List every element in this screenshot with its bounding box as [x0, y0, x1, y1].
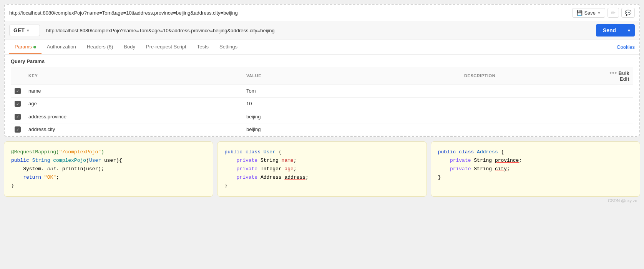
code-line-a2: private String province;	[438, 156, 633, 165]
col-header-value: VALUE	[242, 67, 460, 85]
pencil-icon: ✏	[611, 10, 616, 16]
row-key-1: age	[25, 97, 242, 110]
cookies-button[interactable]: Cookies	[617, 40, 635, 54]
tab-settings[interactable]: Settings	[214, 40, 243, 54]
code-panel-user: public class User { private String name;…	[217, 141, 427, 197]
tab-params-label: Params	[15, 44, 32, 50]
tab-settings-label: Settings	[219, 44, 237, 50]
url-bar: GET ▼ Send ▼	[5, 21, 639, 40]
row-key-3: address.city	[25, 123, 242, 136]
row-value-3: beijing	[242, 123, 460, 136]
tab-params[interactable]: Params	[9, 40, 41, 54]
row-actions-2	[603, 110, 633, 123]
tab-pre-request-label: Pre-request Script	[146, 44, 186, 50]
row-value-1: 10	[242, 97, 460, 110]
method-label: GET	[13, 27, 25, 33]
row-actions-1	[603, 97, 633, 110]
col-header-actions: ••• Bulk Edit	[603, 67, 633, 85]
tab-tests-label: Tests	[197, 44, 209, 50]
watermark: CSDN @cxy zc	[4, 197, 640, 204]
tab-pre-request[interactable]: Pre-request Script	[141, 40, 192, 54]
code-line-u5: }	[224, 182, 419, 190]
row-checkbox-2[interactable]: ✓	[15, 114, 21, 120]
bulk-edit-button[interactable]: Bulk Edit	[619, 71, 629, 82]
code-line-2: public String complexPojo(User user){	[11, 156, 206, 165]
table-row: ✓ name Tom	[11, 85, 633, 98]
row-desc-3	[460, 123, 603, 136]
method-caret-icon: ▼	[26, 28, 30, 33]
col-header-key: KEY	[25, 67, 242, 85]
code-panel-controller: @RequestMapping("/complexPojo") public S…	[4, 141, 213, 197]
code-line-3: System. out. println(user);	[11, 165, 206, 173]
table-row: ✓ address.province beijing	[11, 110, 633, 123]
query-params-title: Query Params	[11, 58, 633, 64]
code-line-a4: }	[438, 173, 633, 182]
request-panel: http://localhost:8080/complexPojo?name=T…	[4, 4, 640, 137]
send-caret-icon[interactable]: ▼	[623, 25, 635, 36]
code-line-a3: private String city;	[438, 165, 633, 173]
chat-icon-button[interactable]: 💬	[621, 8, 635, 18]
chat-icon: 💬	[625, 10, 631, 16]
row-actions-0	[603, 85, 633, 98]
tab-authorization-label: Authorization	[47, 44, 76, 50]
tab-body[interactable]: Body	[118, 40, 141, 54]
col-header-description: DESCRIPTION	[460, 67, 603, 85]
tab-body-label: Body	[124, 44, 135, 50]
tab-authorization[interactable]: Authorization	[41, 40, 81, 54]
table-row: ✓ address.city beijing	[11, 123, 633, 136]
code-line-u1: public class User {	[224, 148, 419, 156]
title-actions: 💾 Save ▼ ✏ 💬	[572, 8, 635, 18]
row-checkbox-1[interactable]: ✓	[15, 101, 21, 107]
row-value-0: Tom	[242, 85, 460, 98]
send-button[interactable]: Send ▼	[596, 24, 635, 37]
code-line-4: return "OK";	[11, 173, 206, 182]
row-key-0: name	[25, 85, 242, 98]
row-checkbox-3[interactable]: ✓	[15, 126, 21, 133]
code-line-u4: private Address address;	[224, 173, 419, 182]
row-actions-3	[603, 123, 633, 136]
title-url: http://localhost:8080/complexPojo?name=T…	[9, 10, 238, 16]
edit-icon-button[interactable]: ✏	[607, 8, 619, 18]
save-button[interactable]: 💾 Save ▼	[572, 8, 605, 18]
row-desc-1	[460, 97, 603, 110]
tab-tests[interactable]: Tests	[192, 40, 214, 54]
params-dot-indicator	[33, 46, 36, 48]
code-line-1: @RequestMapping("/complexPojo")	[11, 148, 206, 156]
send-label: Send	[596, 24, 623, 37]
table-row: ✓ age 10	[11, 97, 633, 110]
tab-headers-label: Headers (6)	[87, 44, 113, 50]
code-line-5: }	[11, 182, 206, 190]
params-table: KEY VALUE DESCRIPTION ••• Bulk Edit ✓ na…	[11, 67, 633, 136]
method-selector[interactable]: GET ▼	[9, 25, 40, 36]
save-chevron-icon: ▼	[597, 11, 601, 15]
row-desc-2	[460, 110, 603, 123]
code-line-u3: private Integer age;	[224, 165, 419, 173]
more-options-icon[interactable]: •••	[609, 70, 617, 76]
row-key-2: address.province	[25, 110, 242, 123]
code-line-u2: private String name;	[224, 156, 419, 165]
code-line-a1: public class Address {	[438, 148, 633, 156]
col-header-check	[11, 67, 25, 85]
save-disk-icon: 💾	[576, 10, 583, 16]
query-params-section: Query Params KEY VALUE DESCRIPTION ••• B…	[5, 55, 639, 136]
title-bar: http://localhost:8080/complexPojo?name=T…	[5, 5, 639, 21]
row-value-2: beijing	[242, 110, 460, 123]
row-desc-0	[460, 85, 603, 98]
tab-headers[interactable]: Headers (6)	[81, 40, 119, 54]
row-checkbox-0[interactable]: ✓	[15, 88, 21, 94]
save-label: Save	[584, 10, 596, 16]
tabs-bar: Params Authorization Headers (6) Body Pr…	[5, 40, 639, 55]
url-input[interactable]	[43, 25, 593, 36]
code-panel-address: public class Address { private String pr…	[431, 141, 640, 197]
code-panels: @RequestMapping("/complexPojo") public S…	[4, 141, 640, 197]
